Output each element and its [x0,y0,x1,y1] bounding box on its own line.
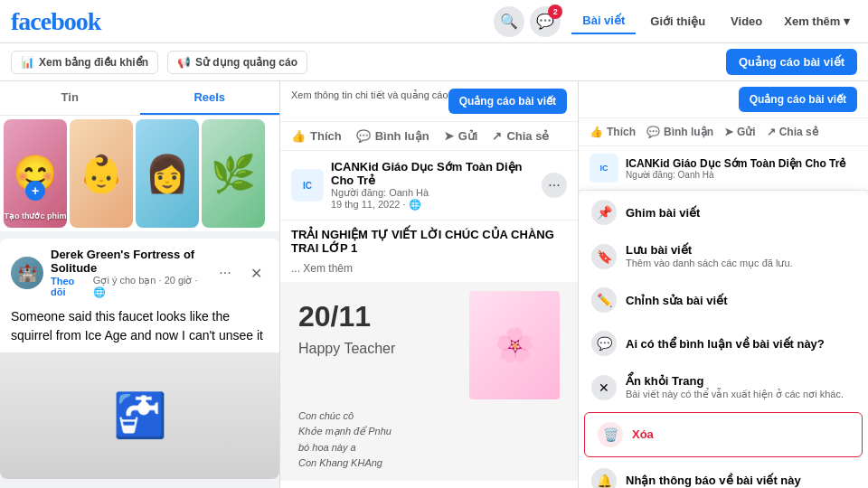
menu-hide-text: Ẩn khỏi Trang Bài viết này có thể vẫn xu… [626,374,844,400]
menu-notification-text: Nhận thông báo về bài viết này [626,474,801,487]
right-page-avatar: IC [590,154,618,183]
mid-reactions: 👍 Thích 💬 Bình luận ➤ Gửi ↗ Chia sẻ [280,122,578,151]
delete-label: Xóa [632,427,654,441]
menu-edit-post[interactable]: ✏️ Chỉnh sửa bài viết [579,278,868,322]
hide-icon: ✕ [591,375,617,400]
reel-face-2: 👶 [70,119,133,228]
mid-promote-button[interactable]: Quảng cáo bài viết [448,89,567,114]
send-label: Gửi [458,129,478,143]
hide-desc: Bài viết này có thể vẫn xuất hiện ở các … [626,388,844,400]
post-meta: Derek Green's Fortress of Solitude Theo … [51,248,205,298]
post-author: Derek Green's Fortress of Solitude [51,248,205,275]
mid-page-avatar: IC [291,169,324,202]
menu-hide-from-page[interactable]: ✕ Ẩn khỏi Trang Bài viết này có thể vẫn … [579,365,868,409]
post-image: 🚰 [0,352,279,479]
mid-more-button[interactable]: ··· [542,173,567,198]
reel-create-label: Tạo thước phim [5,211,67,221]
right-share-button[interactable]: ↗ Chia sẻ [767,126,818,138]
send-button[interactable]: ➤ Gửi [444,129,478,143]
handwritten-text: Con chúc côKhỏe mạnh để Pnhubó hoa này a… [298,408,392,472]
right-share-label: Chia sẻ [779,126,818,138]
context-menu: 📌 Ghim bài viết 🔖 Lưu bài viết Thêm vào … [579,191,868,488]
reel-item-3[interactable]: 👩 [136,119,199,228]
menu-delete-post[interactable]: 🗑️ Xóa [584,412,863,457]
mid-see-more[interactable]: ... Xem thêm [280,262,578,282]
reel-item-4[interactable]: 🌿 [202,119,265,228]
right-promote-button[interactable]: Quảng cáo bài viết [739,87,857,112]
tab-video[interactable]: Video [720,9,773,33]
post-menu-button[interactable]: ··· [212,260,238,286]
share-icon: ↗ [492,129,502,143]
nav-tabs: Bài viết Giới thiệu Video Xem thêm ▾ [571,8,857,34]
dashboard-button[interactable]: 📊 Xem bảng điều khiển [11,51,158,74]
reel-add-icon: + [25,181,45,201]
dashboard-icon: 📊 [21,56,34,69]
search-button[interactable]: 🔍 [494,6,524,37]
send-icon: ➤ [444,129,454,143]
post-text: Someone said this faucet looks like the … [0,307,279,352]
flower-card: 🌸 [469,291,560,399]
save-icon: 🔖 [591,244,617,269]
facebook-logo: facebook [11,7,100,36]
navbar-icons: 🔍 💬 2 [494,6,561,37]
right-like-button[interactable]: 👍 Thích [590,126,636,138]
tab-tin[interactable]: Tin [0,81,140,115]
save-desc: Thêm vào danh sách các mục đã lưu. [626,257,793,269]
menu-who-comment[interactable]: 💬 Ai có thể bình luận về bài viết này? [579,322,868,365]
post-avatar: 🏰 [11,257,43,289]
notification-label: Nhận thông báo về bài viết này [626,474,801,487]
post-suggest: Gợi ý cho bạn · 20 giờ · 🌐 [93,275,205,298]
right-posted-by: Người đăng: Oanh Hà [626,170,857,180]
tab-reels[interactable]: Reels [140,81,280,115]
mid-post-date: 19 thg 11, 2022 · 🌐 [331,199,534,211]
tab-more[interactable]: Xem thêm ▾ [777,9,857,33]
like-button[interactable]: 👍 Thích [291,129,342,143]
use-ads-button[interactable]: 📢 Sử dụng quảng cáo [167,51,307,74]
mid-ad-bar: Xem thông tin chi tiết và quảng cáo Quản… [280,81,578,122]
post-card: 🏰 Derek Green's Fortress of Solitude The… [0,239,279,479]
right-post-header: IC ICANKid Giáo Dục Sớm Toàn Diện Cho Tr… [579,146,868,191]
pin-icon: 📌 [591,200,617,225]
post-close-button[interactable]: ✕ [243,260,269,286]
right-send-label: Gửi [737,126,756,138]
right-comment-label: Bình luận [664,126,713,138]
post-actions: ··· ✕ [212,260,269,286]
menu-pin-text: Ghim bài viết [626,206,700,220]
happy-teacher-text: Happy Teacher [298,341,395,357]
follow-button[interactable]: Theo dõi [51,276,90,297]
messenger-button[interactable]: 💬 2 [530,6,561,37]
menu-who-comment-text: Ai có thể bình luận về bài viết này? [626,337,825,351]
menu-delete-text: Xóa [632,427,654,441]
tab-about[interactable]: Giới thiệu [639,9,716,33]
left-panel: Tin Reels 😊 + Tạo thước phim 👶 👩 🌿 [0,81,280,488]
right-page-name: ICANKid Giáo Dục Sớm Toàn Diện Cho Trẻ [626,157,857,170]
comment-button[interactable]: 💬 Bình luận [356,129,429,143]
post-sub: Theo dõi Gợi ý cho bạn · 20 giờ · 🌐 [51,275,205,298]
menu-save-post[interactable]: 🔖 Lưu bài viết Thêm vào danh sách các mụ… [579,234,868,278]
mid-post-title: TRẢI NGHIỆM TỰ VIẾT LỜI CHÚC CỦA CHÀNG T… [280,221,578,262]
mid-page-name: ICANKid Giáo Dục Sớm Toàn Diện Cho Trẻ [331,160,534,187]
pin-label: Ghim bài viết [626,206,700,220]
post-header: 🏰 Derek Green's Fortress of Solitude The… [0,239,279,307]
right-panel: Quảng cáo bài viết 👍 Thích 💬 Bình luận ➤… [579,81,868,488]
reel-face-4: 🌿 [202,119,265,228]
reel-face-3: 👩 [136,119,199,228]
middle-panel: Xem thông tin chi tiết và quảng cáo Quản… [280,81,579,488]
reel-item-2[interactable]: 👶 [70,119,133,228]
right-send-button[interactable]: ➤ Gửi [724,126,756,138]
share-button[interactable]: ↗ Chia sẻ [492,129,549,143]
tab-posts[interactable]: Bài viết [571,8,636,34]
right-comment-button[interactable]: 💬 Bình luận [646,126,713,138]
reel-create-item[interactable]: 😊 + Tạo thước phim [4,119,67,228]
edit-label: Chỉnh sửa bài viết [626,294,727,307]
date-overlay: 20/11 [298,300,371,333]
menu-edit-text: Chỉnh sửa bài viết [626,294,727,307]
promote-button-top[interactable]: Quảng cáo bài viết [726,49,857,75]
use-ads-label: Sử dụng quảng cáo [195,56,297,69]
save-label: Lưu bài viết [626,243,793,257]
ad-bar: 📊 Xem bảng điều khiển 📢 Sử dụng quảng cá… [0,43,868,81]
menu-notification[interactable]: 🔔 Nhận thông báo về bài viết này [579,459,868,488]
menu-pin-post[interactable]: 📌 Ghim bài viết [579,191,868,234]
like-icon: 👍 [291,129,306,143]
who-comment-label: Ai có thể bình luận về bài viết này? [626,337,825,351]
